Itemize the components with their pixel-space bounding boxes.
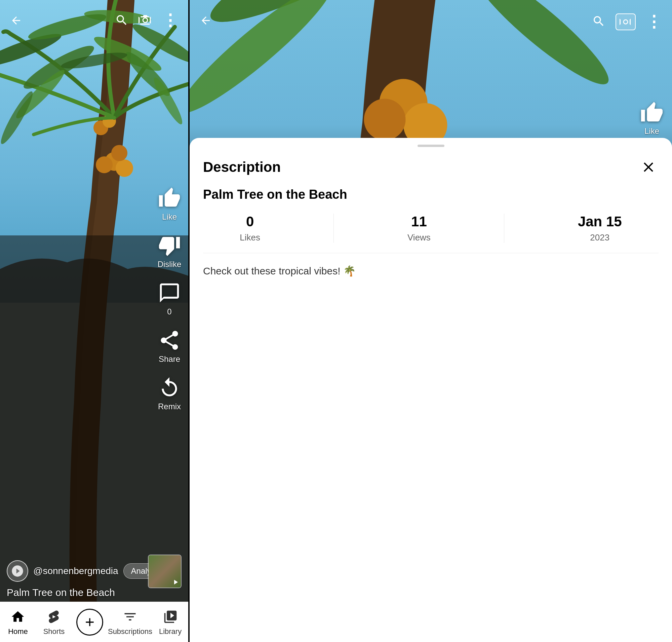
comment-action[interactable]: 0 <box>157 281 182 317</box>
svg-point-8 <box>20 40 98 94</box>
description-sheet: Description Palm Tree on the Beach 0 Lik… <box>190 138 672 642</box>
nav-label-home: Home <box>8 627 28 636</box>
dislike-action[interactable]: Dislike <box>157 233 182 269</box>
views-value: 11 <box>411 214 427 230</box>
right-back-button[interactable] <box>200 14 212 30</box>
like-icon <box>157 186 182 210</box>
right-camera-icon[interactable] <box>616 13 636 30</box>
nav-label-library: Library <box>159 627 182 636</box>
channel-avatar <box>7 560 28 582</box>
library-icon <box>162 608 179 625</box>
views-label: Views <box>408 232 431 243</box>
camera-icon[interactable] <box>139 13 152 30</box>
svg-point-3 <box>116 159 133 177</box>
dislike-icon <box>157 233 182 258</box>
comment-count: 0 <box>167 307 171 317</box>
share-action[interactable]: Share <box>157 328 182 364</box>
stat-views: 11 Views <box>408 214 431 243</box>
sheet-handle <box>417 145 444 147</box>
nav-item-shorts[interactable]: Shorts <box>36 608 72 636</box>
bottom-navigation: Home Shorts Subscriptions Library <box>0 602 188 642</box>
dislike-label: Dislike <box>158 260 182 269</box>
svg-point-18 <box>0 89 37 146</box>
channel-name: @sonnenbergmedia <box>33 566 118 576</box>
right-more-icon[interactable]: ⋮ <box>646 14 662 30</box>
stat-likes: 0 Likes <box>240 214 260 243</box>
stats-divider-1 <box>334 214 334 243</box>
right-like-button[interactable]: Like <box>640 101 663 136</box>
add-button[interactable] <box>76 609 103 635</box>
action-buttons: Like Dislike 0 Share Rem <box>157 186 182 411</box>
right-header-icons: ⋮ <box>592 13 662 30</box>
likes-value: 0 <box>246 214 254 230</box>
svg-point-7 <box>103 114 116 128</box>
svg-point-6 <box>93 120 108 135</box>
svg-point-4 <box>111 145 127 161</box>
stats-row: 0 Likes 11 Views Jan 15 2023 <box>203 214 659 253</box>
nav-item-add[interactable] <box>72 609 108 635</box>
remix-label: Remix <box>158 402 181 411</box>
sheet-video-name: Palm Tree on the Beach <box>203 187 659 202</box>
close-button[interactable] <box>638 157 659 177</box>
header-right-icons: ⋮ <box>115 13 178 30</box>
left-panel: ⋮ Like Dislike 0 <box>0 0 188 642</box>
thumbnail-image <box>148 555 181 588</box>
video-title: Palm Tree on the Beach <box>7 587 182 598</box>
right-panel: ⋮ Like Description Palm Tree on the Beac… <box>190 0 672 642</box>
nav-label-shorts: Shorts <box>43 627 65 636</box>
svg-point-5 <box>96 156 113 173</box>
stat-date: Jan 15 2023 <box>578 214 622 243</box>
search-icon[interactable] <box>115 13 128 30</box>
left-header: ⋮ <box>0 0 188 37</box>
like-action[interactable]: Like <box>157 186 182 222</box>
share-icon <box>157 328 182 352</box>
home-icon <box>10 608 26 625</box>
svg-point-16 <box>60 49 128 72</box>
right-header: ⋮ <box>190 0 672 37</box>
date-value: Jan 15 <box>578 214 622 230</box>
like-label: Like <box>162 212 177 222</box>
next-video-thumbnail[interactable] <box>148 554 182 588</box>
more-options-icon[interactable]: ⋮ <box>162 12 178 29</box>
back-button[interactable] <box>10 14 22 30</box>
video-description: Check out these tropical vibes! 🌴 <box>203 263 659 279</box>
share-label: Share <box>159 355 180 364</box>
right-search-icon[interactable] <box>592 14 605 29</box>
right-like-label: Like <box>644 127 659 136</box>
svg-point-9 <box>91 31 164 76</box>
nav-item-home[interactable]: Home <box>0 608 36 636</box>
sheet-header: Description <box>203 157 659 177</box>
date-sublabel: 2023 <box>590 232 609 243</box>
sheet-title: Description <box>203 159 281 175</box>
svg-point-11 <box>12 66 68 123</box>
comment-icon <box>157 281 182 305</box>
nav-item-subscriptions[interactable]: Subscriptions <box>108 608 152 636</box>
nav-item-library[interactable]: Library <box>152 608 188 636</box>
svg-point-2 <box>105 152 124 171</box>
remix-action[interactable]: Remix <box>157 376 182 411</box>
likes-label: Likes <box>240 232 260 243</box>
stats-divider-2 <box>504 214 504 243</box>
svg-point-10 <box>122 48 174 100</box>
subscriptions-icon <box>122 608 139 625</box>
svg-point-17 <box>150 75 186 127</box>
shorts-icon <box>46 608 62 625</box>
svg-point-30 <box>364 99 406 140</box>
remix-icon <box>157 376 182 400</box>
nav-label-subscriptions: Subscriptions <box>108 627 152 636</box>
